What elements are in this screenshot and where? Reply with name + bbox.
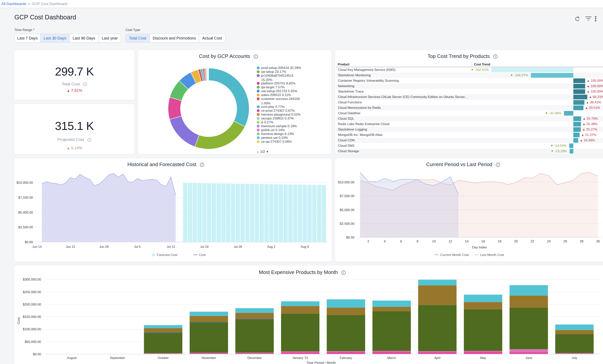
svg-text:24: 24 xyxy=(547,240,551,243)
svg-text:$7,500.00: $7,500.00 xyxy=(340,194,354,198)
svg-text:8: 8 xyxy=(417,240,418,243)
svg-text:Time Period / Month: Time Period / Month xyxy=(306,361,336,364)
svg-text:Cost: Cost xyxy=(17,317,21,324)
svg-text:$2,500.00: $2,500.00 xyxy=(18,225,33,229)
svg-text:Jul 19: Jul 19 xyxy=(200,245,209,248)
svg-text:$100,000.00: $100,000.00 xyxy=(23,327,41,331)
svg-text:$10,000.00: $10,000.00 xyxy=(338,180,354,184)
svg-text:$7,500.00: $7,500.00 xyxy=(18,196,33,199)
svg-text:Aug 2: Aug 2 xyxy=(267,245,275,248)
svg-text:Jul 26: Jul 26 xyxy=(234,245,242,248)
svg-text:$10,000.00: $10,000.00 xyxy=(16,181,33,185)
svg-text:20: 20 xyxy=(514,240,518,243)
svg-text:$150,000.00: $150,000.00 xyxy=(23,315,41,319)
svg-text:22: 22 xyxy=(531,240,534,243)
svg-text:Jul 5: Jul 5 xyxy=(134,245,141,248)
svg-text:30: 30 xyxy=(596,240,600,243)
svg-text:Jul 12: Jul 12 xyxy=(167,245,175,248)
svg-text:Jun 21: Jun 21 xyxy=(66,245,75,248)
svg-text:$5,000.00: $5,000.00 xyxy=(18,211,33,214)
svg-text:26: 26 xyxy=(563,240,567,243)
svg-text:November: November xyxy=(202,356,216,360)
svg-text:$0.00: $0.00 xyxy=(346,236,354,239)
svg-text:March: March xyxy=(387,356,396,360)
svg-text:$2,500.00: $2,500.00 xyxy=(340,222,354,226)
svg-text:18: 18 xyxy=(498,240,501,243)
svg-text:July: July xyxy=(572,356,577,360)
svg-text:10: 10 xyxy=(432,240,436,243)
svg-text:$50,000.00: $50,000.00 xyxy=(25,340,41,344)
svg-text:2: 2 xyxy=(367,240,369,243)
svg-text:$300,000.00: $300,000.00 xyxy=(23,278,41,281)
svg-text:$200,000.00: $200,000.00 xyxy=(23,303,41,306)
svg-text:April: April xyxy=(434,356,441,360)
svg-text:6: 6 xyxy=(400,240,402,243)
svg-text:16: 16 xyxy=(481,240,485,243)
svg-text:Jun 28: Jun 28 xyxy=(99,245,109,248)
svg-text:December: December xyxy=(247,356,262,360)
svg-text:$0.00: $0.00 xyxy=(33,352,41,356)
svg-text:12: 12 xyxy=(449,240,452,243)
svg-text:June: June xyxy=(525,356,532,360)
svg-text:September: September xyxy=(110,356,125,360)
svg-text:$0.00: $0.00 xyxy=(25,240,33,244)
svg-text:February: February xyxy=(340,356,352,360)
svg-text:28: 28 xyxy=(580,240,583,243)
svg-text:Aug 9: Aug 9 xyxy=(301,245,309,248)
svg-text:14: 14 xyxy=(465,240,469,243)
svg-text:August: August xyxy=(67,356,77,360)
svg-text:May: May xyxy=(480,356,486,360)
svg-text:$5,000.00: $5,000.00 xyxy=(340,208,354,212)
svg-text:January '21: January '21 xyxy=(292,356,308,360)
svg-text:4: 4 xyxy=(384,240,385,243)
svg-text:$250,000.00: $250,000.00 xyxy=(23,290,41,294)
svg-text:Day Index: Day Index xyxy=(472,245,487,249)
svg-text:October: October xyxy=(158,356,169,360)
svg-text:Jun 14: Jun 14 xyxy=(32,245,42,248)
